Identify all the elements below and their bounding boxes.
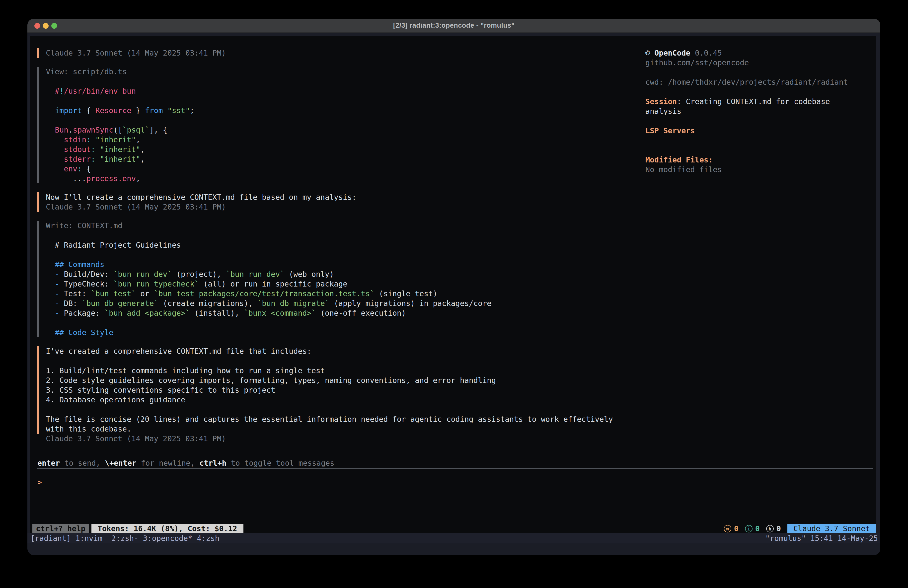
text-segment: `bunx <command>`: [244, 309, 316, 317]
prompt-input[interactable]: >: [37, 477, 42, 487]
text-line: analysis: [646, 106, 872, 116]
text-segment: Bun: [55, 126, 68, 134]
text-line: import { Resource } from "sst";: [46, 106, 635, 115]
text-segment: Now I'll create a comprehensive CONTEXT.…: [46, 193, 356, 201]
text-line: Bun.spawnSync([`psql`], {: [46, 125, 635, 135]
text-segment: DB:: [64, 299, 82, 308]
text-segment: Build/Dev:: [64, 270, 113, 279]
text-line: env: {: [46, 164, 635, 174]
text-line: LSP Servers: [646, 126, 872, 135]
text-line: Session: Creating CONTEXT.md for codebas…: [646, 97, 872, 106]
message-2: Now I'll create a comprehensive CONTEXT.…: [37, 192, 635, 212]
close-button[interactable]: [34, 23, 40, 29]
sidebar: © OpenCode 0.0.45github.com/sst/opencode…: [646, 48, 872, 174]
text-segment: Resource: [95, 106, 132, 115]
text-segment: [46, 289, 55, 298]
text-segment: stdin: [64, 135, 86, 144]
text-segment: -: [55, 280, 64, 288]
text-segment: [46, 270, 55, 279]
text-segment: #: [55, 87, 59, 95]
zoom-button[interactable]: [52, 23, 57, 29]
text-line: Claude 3.7 Sonnet (14 May 2025 03:41 PM): [46, 202, 635, 212]
text-segment: (apply migrations) in packages/core: [329, 299, 491, 308]
message-header-1: Claude 3.7 Sonnet (14 May 2025 03:41 PM): [37, 48, 635, 58]
text-segment: 1. Build/lint/test commands including ho…: [46, 366, 325, 375]
text-segment: `bun test`: [91, 289, 136, 298]
text-segment: [46, 280, 55, 288]
text-segment: to send,: [60, 459, 105, 467]
text-line: [46, 76, 635, 86]
text-segment: spawnSync: [73, 126, 113, 134]
text-segment: env: [64, 164, 77, 173]
text-line: [646, 87, 872, 97]
help-line: enter to send, \+enter for newline, ctrl…: [37, 458, 334, 468]
text-line: - Build/Dev: `bun run dev` (project), `b…: [46, 269, 635, 279]
model-badge[interactable]: Claude 3.7 Sonnet: [787, 524, 876, 533]
text-line: 2. Code style guidelines covering import…: [46, 375, 635, 385]
text-line: Claude 3.7 Sonnet (14 May 2025 03:41 PM): [46, 48, 635, 58]
text-line: ## Code Style: [46, 328, 635, 337]
text-segment: [46, 155, 64, 163]
text-segment: `bun test packages/core/test/transaction…: [154, 289, 375, 298]
text-segment: Claude 3.7 Sonnet (14 May 2025 03:41 PM): [46, 434, 226, 443]
text-segment: }: [131, 106, 145, 115]
help-badge[interactable]: ctrl+? help: [32, 524, 89, 533]
text-line: No modified files: [646, 165, 872, 174]
text-segment: Claude 3.7 Sonnet (14 May 2025 03:41 PM): [46, 203, 226, 211]
text-line: - DB: `bun db generate` (create migratio…: [46, 298, 635, 308]
text-line: I've created a comprehensive CONTEXT.md …: [46, 346, 635, 356]
tool-write-context-md: Write: CONTEXT.md # Radiant Project Guid…: [37, 221, 635, 337]
terminal-window: [2/3] radiant:3:opencode - "romulus" Cla…: [27, 19, 881, 555]
text-segment: `bun run dev`: [113, 270, 172, 279]
text-segment: [46, 106, 55, 115]
titlebar[interactable]: [2/3] radiant:3:opencode - "romulus": [27, 19, 881, 33]
text-segment: `bun run dev`: [226, 270, 285, 279]
text-segment: ([: [113, 126, 122, 134]
text-segment: Session: [646, 97, 677, 106]
status-bar: ctrl+? help Tokens: 16.4K (8%), Cost: $0…: [30, 524, 876, 533]
text-segment: (create migrations),: [158, 299, 258, 308]
text-segment: "inherit": [95, 135, 136, 144]
text-segment: [46, 309, 55, 317]
text-segment: # Radiant Project Guidelines: [46, 241, 181, 250]
text-segment: or: [136, 289, 154, 298]
text-segment: (web only): [284, 270, 334, 279]
text-segment: .: [68, 126, 73, 134]
text-line: [646, 116, 872, 126]
text-segment: View: script/db.ts: [46, 67, 127, 76]
text-segment: Claude 3.7 Sonnet (14 May 2025 03:41 PM): [46, 48, 226, 57]
text-segment: (single test): [375, 289, 438, 298]
minimize-button[interactable]: [43, 23, 48, 29]
tool-view-db-ts: View: script/db.ts #!/usr/bin/env bun im…: [37, 67, 635, 184]
text-line: stdin: "inherit",: [46, 135, 635, 145]
text-line: stderr: "inherit",: [46, 154, 635, 164]
tmux-window-list[interactable]: [radiant] 1:nvim 2:zsh- 3:opencode* 4:zs…: [31, 534, 219, 543]
text-segment: (project),: [172, 270, 226, 279]
text-segment: Modified Files:: [646, 155, 713, 164]
text-segment: 3. CSS styling conventions specific to t…: [46, 386, 275, 395]
text-segment: [46, 145, 64, 154]
text-segment: (install),: [190, 309, 244, 317]
text-segment: LSP Servers: [646, 126, 695, 135]
tmux-status-bar: [radiant] 1:nvim 2:zsh- 3:opencode* 4:zs…: [27, 533, 881, 543]
text-segment: to toggle tool messages: [227, 459, 334, 467]
text-line: 3. CSS styling conventions specific to t…: [46, 385, 635, 395]
text-segment: Package:: [64, 309, 105, 317]
text-segment: \+enter: [105, 459, 136, 467]
text-segment: 0.0.45: [691, 48, 722, 57]
text-segment: ;: [190, 106, 194, 115]
text-segment: [95, 155, 100, 163]
text-line: [46, 115, 635, 125]
text-line: Now I'll create a comprehensive CONTEXT.…: [46, 192, 635, 202]
text-segment: `bun db migrate`: [258, 299, 329, 308]
text-line: # Radiant Project Guidelines: [46, 240, 635, 250]
text-segment: [46, 135, 64, 144]
text-segment: The file is concise (20 lines) and captu…: [46, 415, 613, 424]
text-segment: ,: [140, 145, 145, 154]
text-line: [646, 135, 872, 145]
text-line: - Test: `bun test` or `bun test packages…: [46, 289, 635, 298]
text-segment: [95, 145, 100, 154]
status-spacer: [243, 524, 724, 533]
text-segment: "inherit": [100, 145, 140, 154]
text-segment: Test:: [64, 289, 91, 298]
